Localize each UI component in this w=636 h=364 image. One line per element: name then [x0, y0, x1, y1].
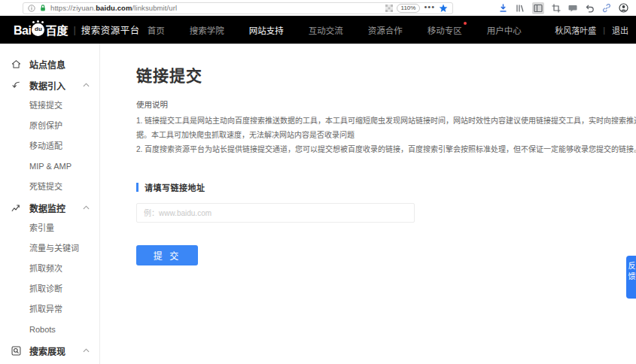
page-title: 链接提交	[136, 63, 636, 86]
data-import-icon	[11, 80, 23, 91]
home-icon	[11, 59, 23, 70]
nav-item-user-center[interactable]: 用户中心	[487, 24, 522, 36]
instructions: 1. 链接提交工具是网站主动向百度搜索推送数据的工具，本工具可缩短爬虫发现网站链…	[136, 114, 636, 156]
sidebar-section-site-info[interactable]: 站点信息	[0, 53, 99, 74]
baidu-paw-icon: du	[32, 23, 44, 36]
platform-name: 搜索资源平台	[81, 23, 140, 37]
sidebar-item-dead-link[interactable]: 死链提交	[0, 177, 99, 197]
zoom-level-badge[interactable]: 110%	[397, 4, 421, 13]
page-info-icon[interactable]	[28, 5, 35, 12]
library-icon[interactable]	[516, 4, 525, 13]
sidebar-item-link-submit[interactable]: 链接提交	[0, 96, 99, 116]
sidebar-item-mip-amp[interactable]: MIP & AMP	[0, 156, 99, 177]
link-address-input[interactable]	[136, 203, 415, 223]
chevron-up-icon[interactable]	[83, 348, 90, 353]
instruction-line-2: 2. 百度搜索资源平台为站长提供链接提交通道，您可以提交想被百度收录的链接，百度…	[136, 142, 636, 156]
undo-arrow-icon[interactable]	[585, 4, 595, 13]
submit-button[interactable]: 提 交	[136, 245, 198, 265]
screenshot-crop-icon[interactable]	[552, 4, 561, 13]
form-label-row: 请填写链接地址	[136, 181, 636, 193]
sidebar-item-original-protection[interactable]: 原创保护	[0, 116, 99, 136]
sidebar-item-crawl-diagnosis[interactable]: 抓取诊断	[0, 279, 99, 299]
sidebar-item-crawl-frequency[interactable]: 抓取频次	[0, 259, 99, 279]
username[interactable]: 秋风落叶盛	[555, 24, 596, 36]
chat-bubble-icon[interactable]	[568, 4, 577, 13]
site-nav: Bai du 百度 | 搜索资源平台 首页 搜索学院 网站支持 互动交流 资源合…	[0, 16, 636, 44]
main-content: 链接提交 使用说明 1. 链接提交工具是网站主动向百度搜索推送数据的工具，本工具…	[100, 44, 636, 364]
link-icon[interactable]	[602, 4, 611, 13]
sidebar: 站点信息 数据引入 链接提交 原创保护 移动适配 MIP & AMP 死链提交 …	[0, 44, 100, 364]
instructions-title: 使用说明	[136, 99, 636, 110]
nav-item-cooperation[interactable]: 资源合作	[368, 24, 403, 36]
chevron-up-icon[interactable]	[83, 83, 90, 87]
nav-item-academy[interactable]: 搜索学院	[190, 24, 224, 36]
logo-text-bai: Bai	[14, 24, 31, 38]
bookmark-star-icon[interactable]	[439, 4, 448, 13]
nav-item-home[interactable]: 首页	[148, 24, 165, 36]
baidu-logo[interactable]: Bai du 百度 | 搜索资源平台	[14, 22, 140, 38]
address-bar[interactable]: https://ziyuan.baidu.com/linksubmit/url …	[23, 2, 453, 14]
https-lock-icon[interactable]	[39, 4, 47, 12]
sidebar-section-data-import[interactable]: 数据引入	[0, 74, 99, 96]
download-icon[interactable]	[498, 3, 508, 13]
sidebar-item-traffic-keywords[interactable]: 流量与关键词	[0, 238, 99, 259]
logout-link[interactable]: 退出	[612, 24, 628, 36]
permissions-mosaic-icon[interactable]	[385, 5, 393, 12]
logo-divider: |	[73, 24, 75, 35]
sidebar-view-icon[interactable]	[532, 2, 544, 14]
nav-item-site-support[interactable]: 网站支持	[249, 24, 284, 36]
url-text[interactable]: https://ziyuan.baidu.com/linksubmit/url	[50, 4, 177, 12]
sidebar-item-index-volume[interactable]: 索引量	[0, 218, 99, 238]
sidebar-item-mobile-adaptation[interactable]: 移动适配	[0, 136, 99, 156]
logo-text-baidu: 百度	[45, 22, 68, 38]
sidebar-section-search-display[interactable]: 搜索展现	[0, 340, 99, 361]
chart-icon	[11, 202, 23, 214]
search-box-icon	[11, 345, 23, 356]
instruction-line-1: 1. 链接提交工具是网站主动向百度搜索推送数据的工具，本工具可缩短爬虫发现网站链…	[136, 114, 636, 142]
feedback-tab[interactable]: 反馈	[626, 256, 636, 299]
nav-divider: |	[603, 26, 605, 35]
profile-icon[interactable]	[619, 3, 628, 13]
sidebar-item-robots[interactable]: Robots	[0, 320, 99, 340]
chevron-up-icon[interactable]	[83, 205, 90, 210]
browser-toolbar: https://ziyuan.baidu.com/linksubmit/url …	[0, 0, 636, 16]
sidebar-item-crawl-errors[interactable]: 抓取异常	[0, 299, 99, 320]
sidebar-section-data-monitoring[interactable]: 数据监控	[0, 197, 99, 218]
link-address-label: 请填写链接地址	[145, 181, 205, 193]
new-badge	[464, 22, 467, 25]
nav-item-interaction[interactable]: 互动交流	[309, 24, 343, 36]
label-accent-bar	[136, 183, 138, 192]
page-actions-icon[interactable]: •••	[424, 3, 435, 14]
nav-menu: 首页 搜索学院 网站支持 互动交流 资源合作 移动专区 用户中心	[148, 24, 522, 36]
nav-item-mobile-zone[interactable]: 移动专区	[428, 24, 462, 36]
